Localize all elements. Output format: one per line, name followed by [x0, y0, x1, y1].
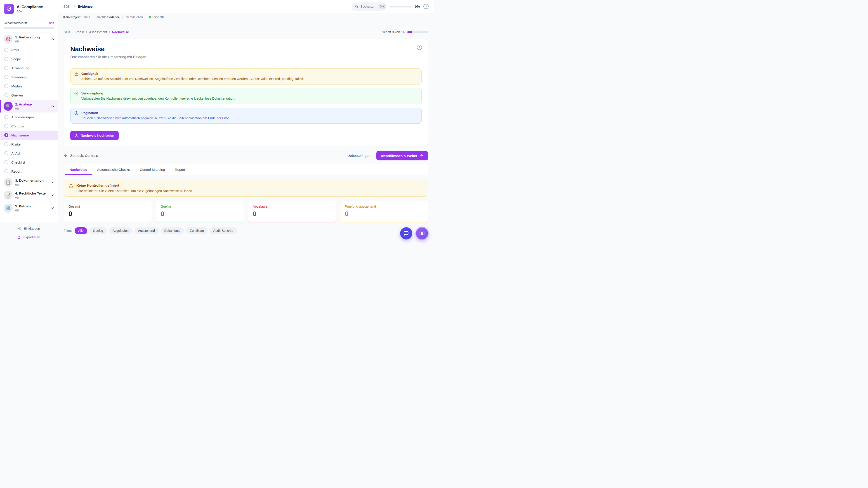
app-logo-row: AI Compliance SDK: [0, 0, 58, 18]
section-header-vorbereitung[interactable]: 🎯 1. Vorbereitung 0%: [0, 33, 58, 45]
shield-check-icon: [6, 6, 11, 11]
chevron-up-icon[interactable]: [51, 37, 55, 41]
stat-abgelaufen: Abgelaufen 0: [248, 201, 336, 223]
section-header-betrieb[interactable]: ⚙️ 5. Betrieb 0%: [0, 202, 58, 215]
tab-control-mapping[interactable]: Control-Mapping: [135, 164, 170, 175]
sidebar-footer: Einklappen Exportieren: [0, 222, 58, 244]
check-circle-icon: [74, 91, 79, 101]
sidebar-item-module[interactable]: Module: [0, 82, 58, 91]
search-input[interactable]: [360, 5, 377, 8]
warning-triangle-icon: [68, 184, 73, 193]
step-progress-bar: [407, 31, 428, 33]
warning-triangle-icon: [74, 72, 79, 82]
chevron-down-icon[interactable]: [51, 206, 55, 210]
radio-icon: [4, 142, 8, 146]
page-subtitle: Dokumentieren Sie die Umsetzung mit Bele…: [70, 55, 422, 59]
sidebar-item-profil[interactable]: Profil: [0, 45, 58, 55]
skip-button[interactable]: Ueberspringen: [347, 154, 370, 158]
stat-value: 0: [253, 210, 331, 218]
tab-nachweise[interactable]: Nachweise: [65, 164, 92, 175]
sidebar-item-risiken[interactable]: Risiken: [0, 140, 58, 149]
tab-automatische-checks[interactable]: Automatische Checks: [92, 164, 135, 175]
divider: [93, 15, 93, 19]
chevron-down-icon[interactable]: [51, 193, 55, 197]
sidebar-item-controls[interactable]: Controls: [0, 122, 58, 131]
radio-icon: [4, 169, 8, 173]
page-content: SDK / Phase 1: Assessment / Nachweise Sc…: [58, 21, 434, 244]
chevron-up-icon[interactable]: [51, 104, 55, 108]
info-circle-icon: [74, 111, 79, 121]
alert-title: Gueltigkeit: [81, 71, 304, 76]
project-name: Kein Projekt: [63, 15, 81, 19]
back-to-controls-link[interactable]: Zurueck: Controls: [64, 154, 98, 158]
gear-emoji-icon: ⚙️: [4, 203, 13, 213]
stat-gueltig: Gueltig 0: [156, 201, 244, 223]
sidebar-item-nachweise[interactable]: Nachweise: [0, 131, 58, 140]
breadcrumb-phase[interactable]: Phase 1: Assessment: [75, 30, 107, 34]
export-button[interactable]: Exportieren: [0, 234, 58, 241]
filter-pill-dokumente[interactable]: Dokumente: [161, 227, 184, 234]
collapse-sidebar-button[interactable]: Einklappen: [0, 225, 58, 232]
overall-progress-bar: [4, 27, 54, 29]
upload-evidence-button[interactable]: Nachweis hochladen: [70, 131, 119, 140]
overall-progress: Gesamtfortschritt 0%: [0, 18, 58, 33]
last-label: Zuletzt:: [96, 15, 106, 19]
sync-ok-dot-icon: [149, 16, 151, 18]
sidebar-item-checklist[interactable]: Checklist: [0, 158, 58, 167]
step-progress: Schritt 3 von 14: [382, 30, 428, 34]
filter-row: Filter: Alle Gueltig Abgelaufen Ausstehe…: [64, 227, 428, 234]
stat-value: 0: [345, 210, 424, 218]
section-header-rechtliche-texte[interactable]: 📝 4. Rechtliche Texte 0%: [0, 189, 58, 201]
filter-pill-ausstehend[interactable]: Ausstehend: [134, 227, 158, 234]
section-header-dokumentation[interactable]: 📋 3. Dokumentation 0%: [0, 176, 58, 189]
radio-icon: [4, 75, 8, 79]
arrow-right-icon: [420, 154, 424, 158]
breadcrumb-sdk[interactable]: SDK: [64, 30, 70, 34]
section-percent: 0%: [15, 107, 32, 110]
chat-bubble-icon: [403, 230, 409, 236]
stat-label: Abgelaufen: [253, 205, 331, 208]
sidebar-item-anforderungen[interactable]: Anforderungen: [0, 112, 58, 122]
sidebar-item-anwendung[interactable]: Anwendung: [0, 64, 58, 72]
sidebar-section-rechtliche-texte: 📝 4. Rechtliche Texte 0%: [0, 189, 58, 201]
main-area: SDK Evidence ⌘K 0% ? Kein Projekt V001 Z…: [58, 0, 434, 244]
stat-value: 0: [161, 210, 239, 218]
sidebar-section-dokumentation: 📋 3. Dokumentation 0%: [0, 176, 58, 189]
radio-icon: [4, 84, 8, 88]
help-icon[interactable]: ?: [423, 4, 429, 9]
stat-label: Gueltig: [161, 205, 239, 208]
complete-and-next-button[interactable]: Abschliessen & Weiter: [376, 151, 428, 160]
radio-icon: [4, 160, 8, 164]
tab-report[interactable]: Report: [170, 164, 190, 175]
filter-pill-zertifikate[interactable]: Zertifikate: [186, 227, 207, 234]
filter-pill-gueltig[interactable]: Gueltig: [90, 227, 107, 234]
header-breadcrumb: SDK Evidence: [63, 4, 93, 8]
stat-pruefung-ausstehend: Pruefung ausstehend 0: [340, 201, 428, 223]
radio-selected-icon: [4, 133, 8, 137]
sidebar-item-screening[interactable]: Screening: [0, 72, 58, 82]
filter-pill-alle[interactable]: Alle: [74, 227, 87, 234]
radio-icon: [4, 48, 8, 52]
search-icon: [355, 5, 358, 8]
filter-pill-abgelaufen[interactable]: Abgelaufen: [109, 227, 132, 234]
search-shortcut-kbd: ⌘K: [379, 4, 386, 9]
sidebar-section-betrieb: ⚙️ 5. Betrieb 0%: [0, 201, 58, 215]
section-percent: 0%: [15, 183, 43, 186]
chat-fab-button[interactable]: [400, 227, 412, 239]
section-label: 5. Betrieb: [15, 204, 31, 208]
sidebar-item-scope[interactable]: Scope: [0, 55, 58, 64]
filter-pill-audit-berichte[interactable]: Audit-Berichte: [210, 227, 237, 234]
sidebar-section-analyse: 🔍 2. Analyse 0% Anforderungen Controls N…: [0, 100, 58, 176]
breadcrumb-current: Evidence: [78, 4, 93, 8]
breadcrumb-root[interactable]: SDK: [63, 4, 70, 8]
card-help-icon[interactable]: ?: [417, 45, 422, 50]
sidebar-item-quellen[interactable]: Quellen: [0, 91, 58, 100]
global-search[interactable]: ⌘K: [352, 2, 386, 11]
sidebar-item-report[interactable]: Report: [0, 167, 58, 176]
page-title: Nachweise: [70, 45, 422, 53]
chevron-down-icon[interactable]: [51, 181, 55, 184]
panel-toggle-fab-button[interactable]: [415, 227, 429, 240]
sidebar-item-ai-act[interactable]: AI Act: [0, 149, 58, 158]
header-progress-bar: [390, 6, 411, 7]
section-header-analyse[interactable]: 🔍 2. Analyse 0%: [0, 100, 58, 112]
